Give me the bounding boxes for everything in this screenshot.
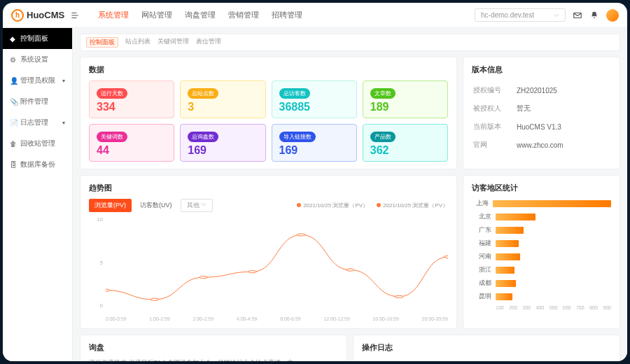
- topnav-item[interactable]: 询盘管理: [185, 10, 216, 20]
- stat-label: 总访客数: [279, 88, 310, 99]
- region-label: 成都: [472, 279, 491, 288]
- domain-select[interactable]: hc-demo.dev.test: [475, 8, 566, 22]
- main-content: 控制面板站点列表关键词管理表位管理 数据 运行天数334总站点数3总访客数368…: [73, 28, 627, 361]
- chevron-down-icon: [554, 13, 559, 18]
- db-icon: 🗄: [10, 161, 17, 168]
- version-value: www.zhco.com: [517, 136, 610, 153]
- svg-point-1: [106, 289, 110, 291]
- sidebar-item[interactable]: ⚙系统设置: [3, 49, 72, 70]
- panel-title: 访客地区统计: [472, 183, 611, 193]
- topnav-item[interactable]: 网站管理: [141, 10, 172, 20]
- region-bar: [493, 200, 611, 207]
- region-bar: [496, 293, 512, 300]
- stat-card: 产品数362: [363, 124, 448, 162]
- region-row: 福建: [472, 239, 611, 248]
- topnav-item[interactable]: 营销管理: [228, 10, 259, 20]
- region-label: 浙江: [472, 265, 491, 274]
- topnav-item[interactable]: 招聘管理: [272, 10, 302, 20]
- logo: h HuoCMS: [11, 9, 64, 22]
- region-bar: [496, 280, 516, 287]
- trend-other-select[interactable]: 其他: [181, 199, 214, 212]
- stat-card: 运行天数334: [89, 80, 174, 118]
- svg-point-5: [298, 234, 306, 236]
- avatar[interactable]: [606, 9, 619, 22]
- trash-icon: 🗑: [10, 140, 17, 147]
- panel-title: 询盘: [89, 342, 338, 353]
- version-value: 暂无: [517, 100, 610, 117]
- user-icon: 👤: [10, 77, 17, 84]
- log-icon: 📄: [10, 119, 17, 126]
- region-label: 北京: [472, 212, 491, 221]
- topnav-item[interactable]: 系统管理: [98, 10, 129, 20]
- stat-value: 334: [97, 101, 167, 113]
- brand-text: HuoCMS: [27, 10, 64, 20]
- sidebar-item[interactable]: 🗄数据库备份: [3, 154, 72, 175]
- breadcrumb-item[interactable]: 站点列表: [125, 37, 150, 48]
- top-nav: 系统管理网站管理询盘管理营销管理招聘管理: [98, 10, 302, 20]
- version-key: 授权编号: [473, 82, 515, 99]
- logo-icon: h: [11, 9, 24, 22]
- stat-label: 关键词数: [97, 132, 127, 142]
- svg-point-2: [150, 298, 159, 300]
- region-panel: 访客地区统计 上海北京广东福建河南浙江成都昆明 1002003004005006…: [463, 175, 620, 329]
- sidebar-item[interactable]: ◆控制面板: [3, 28, 72, 49]
- version-panel: 版本信息 授权编号ZH20201025被授权人暂无当前版本HuoCMS V1.3…: [463, 57, 620, 169]
- stat-label: 总站点数: [188, 88, 218, 99]
- region-row: 昆明: [472, 292, 611, 301]
- stat-card: 总访客数36885: [272, 80, 357, 118]
- version-key: 被授权人: [473, 100, 515, 117]
- stat-card: 总站点数3: [180, 80, 265, 118]
- tab-uv[interactable]: 访客数(UV): [134, 199, 178, 212]
- mail-icon[interactable]: [573, 10, 582, 20]
- stat-card: 关键词数44: [89, 124, 174, 162]
- sidebar-item[interactable]: 📄日志管理▾: [3, 112, 72, 133]
- stat-value: 169: [188, 144, 258, 157]
- domain-value: hc-demo.dev.test: [481, 11, 534, 19]
- clip-icon: 📎: [10, 98, 17, 105]
- stat-label: 运行天数: [97, 88, 127, 99]
- stat-value: 169: [279, 144, 349, 157]
- chevron-down-icon: ▾: [62, 120, 65, 126]
- breadcrumb-item[interactable]: 表位管理: [196, 37, 221, 48]
- inquiry-text: 活动引流推广 引流目标70人走现场参加大会，科技论坛大会地点黄浦，本周五举办。: [89, 358, 295, 361]
- stat-label: 导入链接数: [279, 132, 316, 142]
- region-bar: [496, 240, 519, 247]
- region-row: 北京: [472, 212, 611, 221]
- stat-label: 文章数: [370, 88, 396, 99]
- stat-value: 362: [370, 144, 440, 157]
- menu-toggle-icon[interactable]: [70, 10, 80, 20]
- panel-title: 数据: [89, 64, 448, 75]
- bell-icon[interactable]: [589, 10, 599, 20]
- inquiry-panel: 询盘 活动引流推广 引流目标70人走现场参加大会，科技论坛大会地点黄浦，本周五举…: [80, 335, 347, 361]
- stat-label: 产品数: [370, 132, 396, 142]
- breadcrumb-item[interactable]: 关键词管理: [158, 37, 189, 48]
- stat-card: 文章数189: [363, 80, 448, 118]
- gear-icon: ⚙: [10, 56, 17, 63]
- breadcrumb: 控制面板站点列表关键词管理表位管理: [80, 34, 620, 51]
- region-row: 广东: [472, 225, 611, 234]
- stats-panel: 数据 运行天数334总站点数3总访客数36885文章数189关键词数44总询盘数…: [80, 57, 457, 169]
- trend-panel: 趋势图 浏览量(PV) 访客数(UV) 其他 2021/10/25 浏览量（PV…: [80, 175, 457, 329]
- sidebar-item[interactable]: 👤管理员权限▾: [3, 70, 72, 91]
- breadcrumb-item[interactable]: 控制面板: [86, 37, 118, 48]
- region-row: 浙江: [472, 265, 611, 274]
- svg-point-4: [248, 271, 257, 273]
- region-label: 福建: [472, 239, 491, 248]
- region-bar: [496, 227, 524, 234]
- stat-value: 36885: [279, 101, 349, 113]
- stat-value: 3: [188, 101, 258, 113]
- inquiry-time: 2021-10-25 15:13: [295, 360, 338, 361]
- version-value: ZH20201025: [517, 82, 610, 99]
- sidebar-item[interactable]: 📎附件管理: [3, 91, 72, 112]
- stat-label: 总询盘数: [188, 132, 218, 142]
- svg-point-7: [395, 295, 403, 298]
- region-row: 上海: [472, 199, 611, 208]
- topbar: h HuoCMS 系统管理网站管理询盘管理营销管理招聘管理 hc-demo.de…: [3, 3, 627, 28]
- sidebar-item[interactable]: 🗑回收站管理: [3, 133, 72, 154]
- region-label: 广东: [472, 225, 491, 234]
- trend-chart: 1050 0:00-0:591:00-2:592:00-2:594:00-4:5…: [89, 216, 448, 321]
- tab-pv[interactable]: 浏览量(PV): [89, 199, 132, 212]
- panel-title: 操作日志: [362, 342, 611, 353]
- region-bar: [496, 267, 514, 274]
- svg-point-3: [200, 276, 208, 279]
